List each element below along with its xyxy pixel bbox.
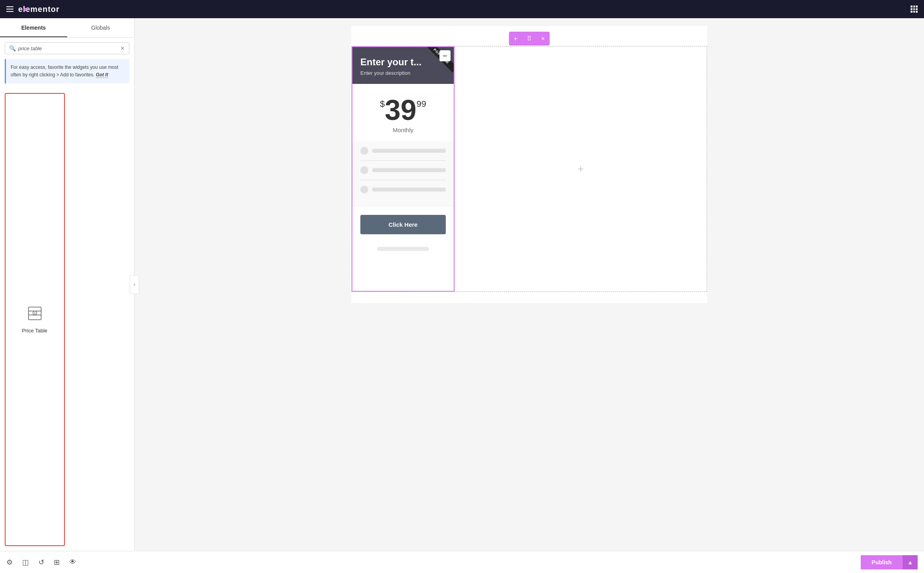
main-layout: Elements Globals 🔍 ✕ For easy access, fa… xyxy=(0,18,924,551)
footer-text xyxy=(377,247,429,251)
svg-text:$: $ xyxy=(34,312,36,315)
close-section-button[interactable]: × xyxy=(536,32,549,46)
price-table-footer xyxy=(352,242,454,256)
got-it-link[interactable]: Got It xyxy=(96,72,108,78)
sidebar-collapse-handle[interactable]: ‹ xyxy=(130,275,139,294)
price-amount: 39 xyxy=(385,96,417,124)
sidebar-wrap: Elements Globals 🔍 ✕ For easy access, fa… xyxy=(0,18,134,551)
widget-grid: $ Price Table xyxy=(0,88,134,551)
price-table-price: $ 39 99 Monthly xyxy=(352,84,454,141)
search-input[interactable] xyxy=(18,46,120,51)
canvas: + ⠿ × ✏ Enter your t... En xyxy=(134,18,924,551)
publish-button[interactable]: Publish xyxy=(861,555,903,569)
price-table-column: ✏ Enter your t... Enter your description… xyxy=(352,46,454,292)
feature-icon-2 xyxy=(360,166,368,174)
hint-box: For easy access, favorite the widgets yo… xyxy=(5,59,129,83)
price-currency: $ xyxy=(380,100,385,108)
price-table-widget: Enter your t... Enter your description P… xyxy=(352,47,454,256)
empty-column[interactable]: + xyxy=(454,46,707,292)
tabs: Elements Globals xyxy=(0,18,134,38)
publish-wrap: Publish ▲ xyxy=(861,555,918,569)
widget-price-table[interactable]: $ Price Table xyxy=(5,93,65,546)
feature-item xyxy=(360,161,446,180)
edit-pencil-button[interactable]: ✏ xyxy=(439,50,451,61)
search-box: 🔍 ✕ xyxy=(5,42,129,54)
cta-button[interactable]: Click Here xyxy=(360,215,446,234)
add-section-button[interactable]: + xyxy=(509,32,522,46)
search-icon: 🔍 xyxy=(9,45,16,51)
menu-icon[interactable] xyxy=(6,6,13,12)
feature-icon-3 xyxy=(360,186,368,194)
move-section-button[interactable]: ⠿ xyxy=(522,32,536,46)
feature-item xyxy=(360,141,446,161)
bottom-bar-left: ⚙ ◫ ↺ ⊞ 👁 xyxy=(6,558,76,567)
preview-icon[interactable]: 👁 xyxy=(69,558,76,566)
section-container: + ⠿ × ✏ Enter your t... En xyxy=(351,46,707,292)
layers-icon[interactable]: ◫ xyxy=(22,558,29,567)
feature-text-2 xyxy=(372,168,446,172)
add-widget-plus[interactable]: + xyxy=(578,163,584,175)
sidebar: Elements Globals 🔍 ✕ For easy access, fa… xyxy=(0,18,134,551)
feature-icon-1 xyxy=(360,147,368,155)
feature-text-3 xyxy=(372,188,446,192)
feature-item xyxy=(360,180,446,199)
feature-text-1 xyxy=(372,149,446,153)
price-row: $ 39 99 xyxy=(380,96,426,124)
price-table-header: Enter your t... Enter your description P… xyxy=(352,47,454,84)
tab-globals[interactable]: Globals xyxy=(67,18,134,37)
clear-icon[interactable]: ✕ xyxy=(120,45,125,51)
section-toolbar: + ⠿ × xyxy=(509,32,550,46)
top-bar: elementor xyxy=(0,0,924,18)
section-row: ✏ Enter your t... Enter your description… xyxy=(351,46,707,292)
tab-elements[interactable]: Elements xyxy=(0,18,67,37)
logo-dot xyxy=(24,8,27,11)
templates-icon[interactable]: ⊞ xyxy=(54,558,60,567)
settings-icon[interactable]: ⚙ xyxy=(6,558,13,567)
price-table-features xyxy=(352,141,454,207)
price-period: Monthly xyxy=(393,127,414,133)
page-container: + ⠿ × ✏ Enter your t... En xyxy=(351,26,707,303)
price-table-icon: $ xyxy=(27,305,43,324)
history-icon[interactable]: ↺ xyxy=(38,558,44,567)
bottom-bar: ⚙ ◫ ↺ ⊞ 👁 Publish ▲ xyxy=(0,551,924,573)
publish-chevron-button[interactable]: ▲ xyxy=(903,555,918,569)
price-table-cta: Click Here xyxy=(352,207,454,242)
grid-icon[interactable] xyxy=(911,6,918,13)
widget-price-table-label: Price Table xyxy=(22,328,47,334)
top-bar-left: elementor xyxy=(6,5,60,14)
price-cents: 99 xyxy=(417,100,426,108)
